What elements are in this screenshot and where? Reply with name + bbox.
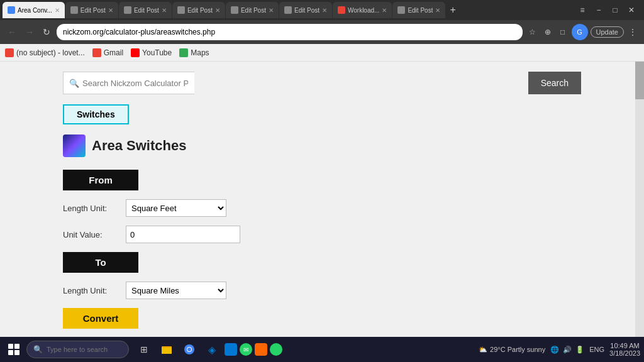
date-display: 3/18/2023 [609, 349, 640, 357]
search-icon: 🔍 [69, 79, 79, 88]
page-heading: Area Switches [63, 134, 581, 157]
minimize-button[interactable]: − [592, 6, 605, 14]
active-tab[interactable]: Area Conv... ✕ [3, 2, 65, 18]
tab-edit6[interactable]: Edit Post ✕ [392, 2, 445, 18]
tab-list-button[interactable]: ≡ [576, 6, 589, 14]
network-icon[interactable]: 🌐 [550, 346, 559, 354]
bookmark-gmail[interactable]: Gmail [92, 48, 123, 57]
tab-edit4[interactable]: Edit Post ✕ [226, 2, 279, 18]
file-explorer-icon[interactable] [157, 339, 177, 359]
taskbar-right: ⛅ 29°C Partly sunny 🌐 🔊 🔋 ENG 10:49 AM 3… [479, 342, 640, 357]
refresh-button[interactable]: ↻ [40, 27, 53, 37]
app4-taskbar-icon[interactable] [270, 343, 282, 356]
bookmark-email-label: (no subject) - lovet... [16, 48, 85, 57]
bookmark-maps[interactable]: Maps [179, 48, 209, 57]
bookmarks-bar: (no subject) - lovet... Gmail YouTube Ma… [0, 44, 644, 62]
taskbar-search[interactable]: 🔍 [26, 341, 129, 358]
heading-text: Area Switches [92, 138, 186, 154]
from-unit-select[interactable]: Square Feet Square Meters Square Miles S… [126, 199, 226, 217]
active-tab-title: Area Conv... [18, 7, 52, 14]
unit-value-label: Unit Value: [63, 230, 119, 239]
taskbar-time[interactable]: 10:49 AM 3/18/2023 [609, 342, 640, 357]
app3-taskbar-icon[interactable] [255, 343, 267, 356]
to-length-unit-row: Length Unit: Square Miles Square Feet Sq… [63, 282, 581, 299]
tab-workload-title: Workload... [348, 7, 379, 14]
taskbar-sys-icons: 🌐 🔊 🔋 [550, 346, 584, 354]
page-content: 🔍 Search Switches Area Switches From Len… [0, 62, 644, 337]
volume-icon[interactable]: 🔊 [563, 346, 572, 354]
scrollbar[interactable] [635, 62, 644, 337]
search-button[interactable]: Search [528, 72, 581, 94]
taskbar-icons: ⊞ ◈ ✉ [134, 339, 282, 359]
address-bar: ← → ↻ ☆ ⊕ □ G Update ⋮ [0, 20, 644, 44]
close-window-button[interactable]: ✕ [625, 6, 638, 14]
search-input-wrapper: 🔍 [63, 72, 528, 94]
weather-text: 29°C Partly sunny [490, 346, 545, 353]
taskbar: 🔍 ⊞ ◈ ✉ ⛅ 29°C Partly sunny 🌐 🔊 🔋 [0, 337, 644, 362]
bookmark-youtube[interactable]: YouTube [131, 48, 172, 57]
language-indicator: ENG [589, 346, 604, 353]
tab-edit5-title: Edit Post [294, 7, 319, 14]
svg-point-4 [187, 348, 191, 351]
tab-bar: Area Conv... ✕ Edit Post ✕ Edit Post ✕ E… [0, 0, 644, 20]
tab-edit5[interactable]: Edit Post ✕ [279, 2, 332, 18]
bookmark-youtube-label: YouTube [142, 48, 172, 57]
bookmark-email[interactable]: (no subject) - lovet... [5, 48, 85, 57]
tab-edit4-title: Edit Post [241, 7, 266, 14]
taskbar-search-icon: 🔍 [33, 345, 43, 354]
tab-edit2-close[interactable]: ✕ [162, 7, 167, 14]
tab-edit3-title: Edit Post [187, 7, 213, 14]
search-container: 🔍 Search [63, 72, 581, 94]
search-input[interactable] [63, 72, 194, 94]
forward-button[interactable]: → [23, 27, 36, 37]
extensions-icon[interactable]: ⊕ [541, 26, 554, 38]
area-switches-icon [63, 134, 86, 157]
tab-workload[interactable]: Workload... ✕ [333, 2, 392, 18]
tab-edit5-close[interactable]: ✕ [322, 7, 327, 14]
task-view-icon[interactable]: ⊞ [134, 339, 154, 359]
weather-icon: ⛅ [479, 346, 487, 354]
scrollbar-thumb[interactable] [635, 62, 644, 99]
address-actions: ☆ ⊕ □ G Update ⋮ [526, 24, 639, 40]
to-unit-select[interactable]: Square Miles Square Feet Square Meters S… [126, 282, 226, 299]
tab-edit6-close[interactable]: ✕ [435, 7, 440, 14]
tab-edit3[interactable]: Edit Post ✕ [172, 2, 225, 18]
taskbar-search-input[interactable] [47, 346, 122, 353]
new-tab-button[interactable]: + [446, 4, 459, 16]
unit-value-row: Unit Value: [63, 226, 581, 243]
tab-search-icon[interactable]: □ [557, 26, 569, 38]
bookmark-gmail-label: Gmail [104, 48, 123, 57]
taskbar-weather: ⛅ 29°C Partly sunny [479, 346, 545, 354]
svg-rect-1 [162, 348, 172, 354]
tab-workload-close[interactable]: ✕ [382, 7, 387, 14]
tab-edit6-title: Edit Post [408, 7, 433, 14]
tab-edit1-close[interactable]: ✕ [108, 7, 113, 14]
from-section-label: From [63, 170, 138, 190]
vscode-taskbar-icon[interactable]: ◈ [202, 339, 222, 359]
back-button[interactable]: ← [5, 27, 19, 37]
update-button[interactable]: Update [591, 26, 624, 38]
address-input[interactable] [57, 24, 523, 40]
tab-edit4-close[interactable]: ✕ [269, 7, 274, 14]
app2-taskbar-icon[interactable]: ✉ [240, 343, 252, 356]
tab-controls: ≡ − □ ✕ [576, 6, 641, 14]
maximize-button[interactable]: □ [609, 6, 621, 14]
switches-button[interactable]: Switches [63, 104, 129, 124]
battery-icon: 🔋 [575, 346, 584, 354]
unit-value-input[interactable] [126, 226, 240, 243]
tab-edit3-close[interactable]: ✕ [215, 7, 220, 14]
app1-taskbar-icon[interactable] [225, 343, 237, 356]
active-tab-close[interactable]: ✕ [55, 7, 60, 14]
profile-button[interactable]: G [572, 24, 588, 40]
tab-edit1[interactable]: Edit Post ✕ [65, 2, 118, 18]
windows-icon [8, 344, 19, 355]
start-button[interactable] [4, 339, 24, 359]
chrome-taskbar-icon[interactable] [179, 339, 199, 359]
tab-edit2[interactable]: Edit Post ✕ [119, 2, 172, 18]
bookmark-icon[interactable]: ☆ [526, 26, 539, 38]
menu-icon[interactable]: ⋮ [626, 26, 639, 38]
tab-edit2-title: Edit Post [134, 7, 159, 14]
browser-chrome: Area Conv... ✕ Edit Post ✕ Edit Post ✕ E… [0, 0, 644, 62]
convert-button[interactable]: Convert [63, 308, 138, 329]
to-section-label: To [63, 252, 138, 273]
